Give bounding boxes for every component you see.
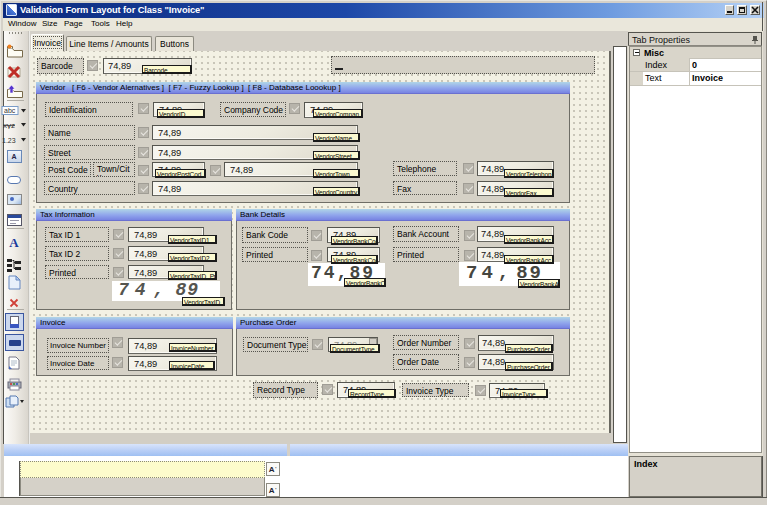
svg-text:1.23: 1.23 [2, 137, 16, 144]
svg-text:abc: abc [4, 107, 16, 114]
svg-text:xyz: xyz [3, 121, 15, 129]
